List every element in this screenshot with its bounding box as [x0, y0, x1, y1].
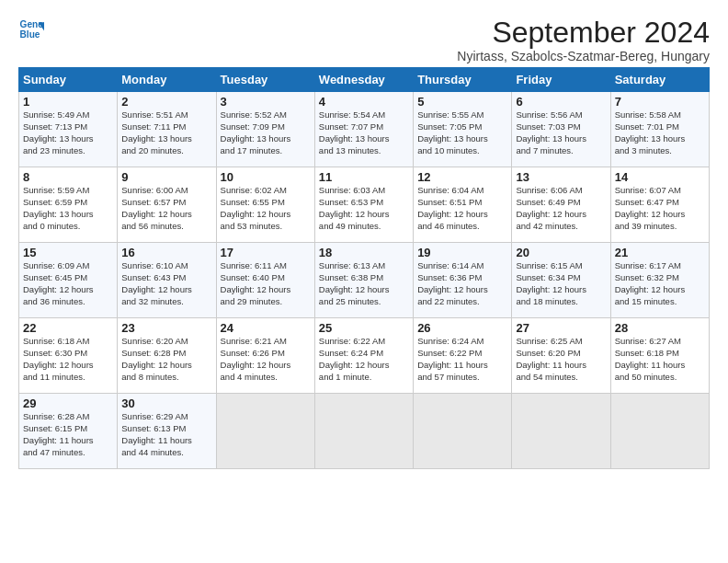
day-number: 8 [23, 170, 113, 184]
calendar-cell: 1Sunrise: 5:49 AM Sunset: 7:13 PM Daylig… [19, 92, 118, 167]
calendar-cell: 19Sunrise: 6:14 AM Sunset: 6:36 PM Dayli… [414, 243, 512, 318]
calendar-row: 29Sunrise: 6:28 AM Sunset: 6:15 PM Dayli… [19, 394, 710, 469]
day-number: 16 [121, 246, 211, 259]
svg-text:Blue: Blue [20, 29, 40, 40]
calendar-cell: 27Sunrise: 6:25 AM Sunset: 6:20 PM Dayli… [512, 318, 610, 394]
calendar-cell: 16Sunrise: 6:10 AM Sunset: 6:43 PM Dayli… [118, 243, 216, 318]
day-data: Sunrise: 5:58 AM Sunset: 7:01 PM Dayligh… [615, 109, 705, 156]
day-data: Sunrise: 5:49 AM Sunset: 7:13 PM Dayligh… [23, 109, 113, 156]
calendar-cell [512, 394, 610, 469]
calendar-cell: 9Sunrise: 6:00 AM Sunset: 6:57 PM Daylig… [118, 167, 216, 243]
day-data: Sunrise: 6:13 AM Sunset: 6:38 PM Dayligh… [319, 260, 409, 307]
calendar-cell: 3Sunrise: 5:52 AM Sunset: 7:09 PM Daylig… [216, 92, 314, 167]
weekday-header-sunday: Sunday [19, 68, 118, 92]
calendar-cell [414, 394, 512, 469]
calendar-cell: 5Sunrise: 5:55 AM Sunset: 7:05 PM Daylig… [414, 92, 512, 167]
day-data: Sunrise: 6:04 AM Sunset: 6:51 PM Dayligh… [417, 185, 507, 232]
day-number: 2 [121, 95, 211, 109]
month-title: September 2024 [457, 17, 710, 49]
page: General Blue September 2024 Nyirtass, Sz… [0, 0, 728, 563]
day-number: 17 [221, 246, 311, 259]
day-number: 23 [121, 321, 211, 335]
calendar-cell: 20Sunrise: 6:15 AM Sunset: 6:34 PM Dayli… [512, 243, 610, 318]
calendar-cell: 18Sunrise: 6:13 AM Sunset: 6:38 PM Dayli… [314, 243, 413, 318]
day-number: 22 [23, 321, 113, 335]
day-number: 24 [221, 321, 311, 335]
calendar-cell [314, 394, 413, 469]
day-number: 1 [23, 95, 113, 109]
calendar-row: 22Sunrise: 6:18 AM Sunset: 6:30 PM Dayli… [19, 318, 710, 394]
day-data: Sunrise: 6:18 AM Sunset: 6:30 PM Dayligh… [23, 336, 113, 383]
day-number: 5 [417, 95, 507, 109]
day-number: 21 [615, 246, 705, 259]
calendar-cell: 12Sunrise: 6:04 AM Sunset: 6:51 PM Dayli… [414, 167, 512, 243]
day-number: 6 [516, 95, 606, 109]
logo-icon: General Blue [18, 17, 44, 42]
title-block: September 2024 Nyirtass, Szabolcs-Szatma… [457, 17, 710, 63]
calendar-cell: 13Sunrise: 6:06 AM Sunset: 6:49 PM Dayli… [512, 167, 610, 243]
calendar-cell: 11Sunrise: 6:03 AM Sunset: 6:53 PM Dayli… [314, 167, 413, 243]
day-data: Sunrise: 6:06 AM Sunset: 6:49 PM Dayligh… [516, 185, 606, 232]
day-data: Sunrise: 6:20 AM Sunset: 6:28 PM Dayligh… [121, 336, 211, 383]
day-data: Sunrise: 6:22 AM Sunset: 6:24 PM Dayligh… [319, 336, 409, 383]
day-data: Sunrise: 6:28 AM Sunset: 6:15 PM Dayligh… [23, 411, 113, 458]
day-number: 9 [121, 170, 211, 184]
day-data: Sunrise: 6:21 AM Sunset: 6:26 PM Dayligh… [221, 336, 311, 383]
day-data: Sunrise: 6:10 AM Sunset: 6:43 PM Dayligh… [121, 260, 211, 307]
day-number: 30 [121, 396, 211, 410]
calendar-cell: 8Sunrise: 5:59 AM Sunset: 6:59 PM Daylig… [19, 167, 118, 243]
day-data: Sunrise: 5:52 AM Sunset: 7:09 PM Dayligh… [221, 109, 311, 156]
day-number: 26 [417, 321, 507, 335]
day-number: 15 [23, 246, 113, 259]
calendar-row: 8Sunrise: 5:59 AM Sunset: 6:59 PM Daylig… [19, 167, 710, 243]
day-data: Sunrise: 6:00 AM Sunset: 6:57 PM Dayligh… [121, 185, 211, 232]
calendar-cell [216, 394, 314, 469]
day-number: 13 [516, 170, 606, 184]
location: Nyirtass, Szabolcs-Szatmar-Bereg, Hungar… [457, 49, 710, 63]
day-number: 19 [417, 246, 507, 259]
weekday-header-monday: Monday [118, 68, 216, 92]
weekday-header-thursday: Thursday [414, 68, 512, 92]
calendar-cell: 15Sunrise: 6:09 AM Sunset: 6:45 PM Dayli… [19, 243, 118, 318]
calendar-cell: 29Sunrise: 6:28 AM Sunset: 6:15 PM Dayli… [19, 394, 118, 469]
day-number: 18 [319, 246, 409, 259]
day-data: Sunrise: 6:14 AM Sunset: 6:36 PM Dayligh… [417, 260, 507, 307]
day-data: Sunrise: 5:54 AM Sunset: 7:07 PM Dayligh… [319, 109, 409, 156]
day-number: 27 [516, 321, 606, 335]
calendar-cell: 25Sunrise: 6:22 AM Sunset: 6:24 PM Dayli… [314, 318, 413, 394]
day-number: 29 [23, 396, 113, 410]
calendar-cell: 24Sunrise: 6:21 AM Sunset: 6:26 PM Dayli… [216, 318, 314, 394]
weekday-header-row: SundayMondayTuesdayWednesdayThursdayFrid… [19, 68, 710, 92]
day-data: Sunrise: 6:27 AM Sunset: 6:18 PM Dayligh… [615, 336, 705, 383]
calendar-cell: 7Sunrise: 5:58 AM Sunset: 7:01 PM Daylig… [610, 92, 709, 167]
calendar-cell: 14Sunrise: 6:07 AM Sunset: 6:47 PM Dayli… [610, 167, 709, 243]
calendar-cell: 2Sunrise: 5:51 AM Sunset: 7:11 PM Daylig… [118, 92, 216, 167]
day-number: 3 [221, 95, 311, 109]
day-number: 28 [615, 321, 705, 335]
day-data: Sunrise: 5:51 AM Sunset: 7:11 PM Dayligh… [121, 109, 211, 156]
calendar-cell: 26Sunrise: 6:24 AM Sunset: 6:22 PM Dayli… [414, 318, 512, 394]
header: General Blue September 2024 Nyirtass, Sz… [18, 17, 710, 63]
day-data: Sunrise: 6:03 AM Sunset: 6:53 PM Dayligh… [319, 185, 409, 232]
day-data: Sunrise: 5:56 AM Sunset: 7:03 PM Dayligh… [516, 109, 606, 156]
day-number: 25 [319, 321, 409, 335]
calendar-cell: 28Sunrise: 6:27 AM Sunset: 6:18 PM Dayli… [610, 318, 709, 394]
calendar-cell: 22Sunrise: 6:18 AM Sunset: 6:30 PM Dayli… [19, 318, 118, 394]
weekday-header-wednesday: Wednesday [314, 68, 413, 92]
day-number: 7 [615, 95, 705, 109]
day-number: 10 [221, 170, 311, 184]
day-number: 12 [417, 170, 507, 184]
day-data: Sunrise: 6:25 AM Sunset: 6:20 PM Dayligh… [516, 336, 606, 383]
weekday-header-saturday: Saturday [610, 68, 709, 92]
calendar-row: 15Sunrise: 6:09 AM Sunset: 6:45 PM Dayli… [19, 243, 710, 318]
day-number: 4 [319, 95, 409, 109]
day-data: Sunrise: 6:11 AM Sunset: 6:40 PM Dayligh… [221, 260, 311, 307]
weekday-header-tuesday: Tuesday [216, 68, 314, 92]
calendar-table: SundayMondayTuesdayWednesdayThursdayFrid… [18, 67, 710, 469]
day-number: 14 [615, 170, 705, 184]
day-data: Sunrise: 6:29 AM Sunset: 6:13 PM Dayligh… [121, 411, 211, 458]
day-number: 20 [516, 246, 606, 259]
weekday-header-friday: Friday [512, 68, 610, 92]
day-data: Sunrise: 6:24 AM Sunset: 6:22 PM Dayligh… [417, 336, 507, 383]
day-data: Sunrise: 6:02 AM Sunset: 6:55 PM Dayligh… [221, 185, 311, 232]
